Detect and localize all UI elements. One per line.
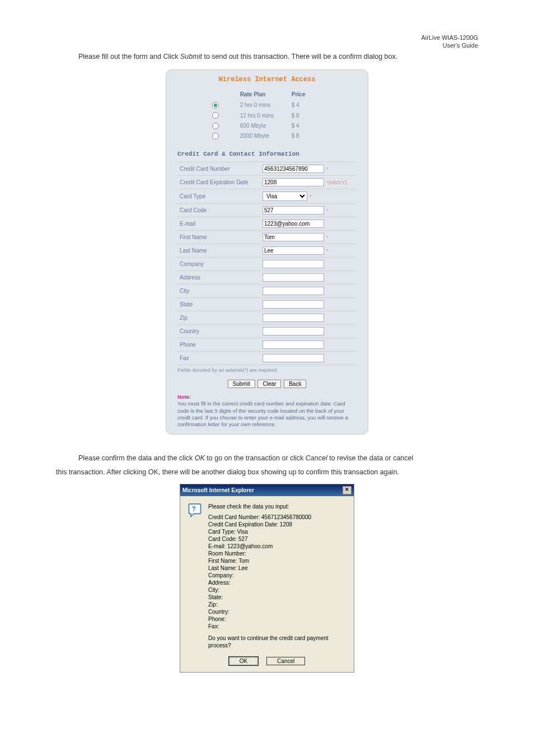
input-cc-exp[interactable] <box>263 178 324 186</box>
radio-plan-2[interactable] <box>212 123 219 129</box>
dlg-line-2: Card Type: Visa <box>208 528 347 535</box>
para2-b: to go on the transaction or click <box>207 454 305 462</box>
dlg-line-11: State: <box>208 594 347 601</box>
para1-a: Please fill out the form and Click <box>78 53 180 60</box>
plan-1-price: $ 8 <box>292 111 322 120</box>
inline-ok-ref: OK <box>195 454 205 462</box>
back-button[interactable]: Back <box>284 380 306 388</box>
cc-form-table: Credit Card Number * Credit Card Expirat… <box>177 162 357 365</box>
input-city[interactable] <box>263 287 324 295</box>
lbl-country: Country <box>177 325 260 338</box>
input-address[interactable] <box>263 273 324 282</box>
note-text: You must fill in the correct credit card… <box>177 400 348 427</box>
lbl-company: Company <box>177 258 260 271</box>
hint-card-code: * <box>324 208 329 213</box>
form-title: Wireless Internet Access <box>166 70 368 89</box>
dlg-line-3: Card Code: 527 <box>208 535 347 543</box>
select-card-type[interactable]: Visa <box>263 192 307 201</box>
input-company[interactable] <box>263 260 324 268</box>
plan-0-price: $ 4 <box>292 101 322 110</box>
plan-3-label: 2000 Mbyte <box>240 132 291 141</box>
question-icon: ? <box>187 503 203 519</box>
close-icon[interactable]: ✕ <box>343 486 352 494</box>
lbl-email: E-mail <box>177 217 260 231</box>
plan-1-label: 12 hrs 0 mins <box>240 111 291 120</box>
input-card-code[interactable] <box>263 206 324 214</box>
svg-text:?: ? <box>192 505 196 513</box>
confirm-dialog: Microsoft Internet Explorer ✕ ? Please c… <box>180 484 354 673</box>
product-name: AirLive WIAS-1200G <box>0 34 478 41</box>
lbl-state: State <box>177 298 260 311</box>
dlg-line-10: City: <box>208 586 347 594</box>
para2-c: to revise the data or cancel <box>329 454 413 462</box>
price-header: Price <box>292 90 322 100</box>
dlg-line-5: Room Number: <box>208 550 347 557</box>
lbl-card-code: Card Code <box>177 204 260 217</box>
dlg-line-14: Phone: <box>208 615 347 623</box>
radio-plan-3[interactable] <box>212 133 219 139</box>
inline-cancel-ref: Cancel <box>306 454 327 462</box>
para3: this transaction. After clicking OK, the… <box>56 468 399 476</box>
plan-2-price: $ 4 <box>292 121 322 130</box>
para1-b: to send out this transaction. There will… <box>204 53 397 60</box>
plan-3-price: $ 8 <box>292 132 322 141</box>
plan-2-label: 600 Mbyte <box>240 121 291 130</box>
dlg-line-1: Credit Card Expiration Date: 1208 <box>208 521 347 528</box>
required-note: Fields denoted by an asterisk(*) are req… <box>166 365 368 377</box>
clear-button[interactable]: Clear <box>257 380 281 388</box>
input-cc-number[interactable] <box>263 165 324 173</box>
dlg-line-15: Fax: <box>208 623 347 630</box>
input-first-name[interactable] <box>263 233 324 241</box>
hint-first-name: * <box>324 235 329 240</box>
doc-subtitle: User's Guide <box>0 41 478 49</box>
lbl-phone: Phone <box>177 338 260 352</box>
radio-plan-1[interactable] <box>212 112 219 119</box>
dialog-cancel-button[interactable]: Cancel <box>266 657 305 665</box>
dlg-line-7: Last Name: Lee <box>208 564 347 572</box>
dlg-line-6: First Name: Tom <box>208 557 347 564</box>
rate-plan-table: Rate Plan Price 2 hrs 0 mins $ 4 12 hrs … <box>211 89 324 142</box>
dlg-line-12: Zip: <box>208 601 347 608</box>
lbl-last-name: Last Name <box>177 244 260 258</box>
hint-card-type: * <box>307 194 312 199</box>
dialog-title-text: Microsoft Internet Explorer <box>182 487 254 493</box>
dlg-line-13: Country: <box>208 608 347 615</box>
plan-0-label: 2 hrs 0 mins <box>240 101 291 110</box>
input-last-name[interactable] <box>263 246 324 255</box>
input-email[interactable] <box>263 220 324 228</box>
form-screenshot: Wireless Internet Access Rate Plan Price… <box>166 69 368 435</box>
cc-section-title: Credit Card & Contact Information <box>166 148 368 162</box>
para2-a: Please confirm the data and the click <box>78 454 195 462</box>
lbl-cc-number: Credit Card Number <box>177 162 260 176</box>
lbl-city: City <box>177 284 260 298</box>
dialog-ok-button[interactable]: OK <box>229 657 258 665</box>
dlg-line-9: Address: <box>208 579 347 586</box>
submit-button[interactable]: Submit <box>228 380 255 388</box>
hint-cc-number: * <box>324 166 329 172</box>
inline-submit-ref: Submit <box>180 53 202 60</box>
dialog-prompt: Do you want to continue the credit card … <box>208 634 347 649</box>
hint-last-name: * <box>324 248 329 254</box>
dlg-line-8: Company: <box>208 572 347 579</box>
input-phone[interactable] <box>263 340 324 349</box>
hint-cc-exp: *(MMYY) <box>324 180 347 185</box>
lbl-cc-exp: Credit Card Expiration Date <box>177 176 260 189</box>
radio-plan-0[interactable] <box>212 102 219 109</box>
lbl-fax: Fax <box>177 352 260 365</box>
lbl-card-type: Card Type <box>177 189 260 204</box>
input-fax[interactable] <box>263 354 324 362</box>
input-zip[interactable] <box>263 314 324 322</box>
input-state[interactable] <box>263 300 324 309</box>
dlg-line-4: E-mail: 1223@yahoo.com <box>208 543 347 550</box>
dlg-line-0: Credit Card Number: 4567123456780000 <box>208 514 347 521</box>
note-label: Note: <box>177 394 191 400</box>
lbl-first-name: First Name <box>177 231 260 244</box>
dialog-intro: Please check the data you input: <box>208 503 347 510</box>
lbl-zip: Zip <box>177 311 260 325</box>
rate-header: Rate Plan <box>240 90 291 100</box>
input-country[interactable] <box>263 327 324 335</box>
lbl-address: Address <box>177 271 260 284</box>
